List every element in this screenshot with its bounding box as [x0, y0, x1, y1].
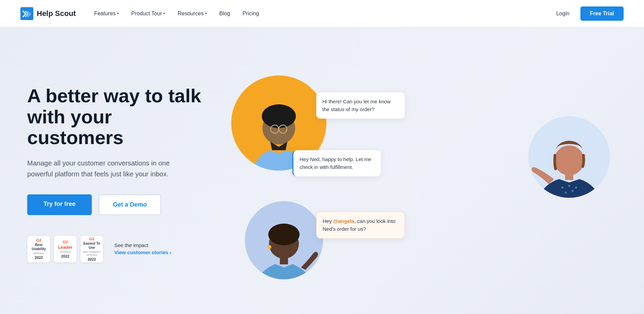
svg-point-19 — [267, 245, 271, 249]
nav-item-features[interactable]: Features ▾ — [89, 8, 124, 19]
free-trial-button[interactable]: Free Trial — [580, 6, 624, 21]
try-for-free-button[interactable]: Try for free — [27, 194, 92, 215]
mention-angela: @angela — [333, 218, 354, 224]
get-a-demo-button[interactable]: Get a Demo — [99, 194, 161, 215]
helpscout-logo-icon — [20, 7, 33, 20]
person-circle-2 — [528, 116, 610, 198]
hero-illustration: Hi there! Can you let me know the status… — [204, 55, 624, 293]
svg-point-6 — [270, 104, 287, 121]
hero-section: A better way to talk with your customers… — [0, 27, 644, 314]
nav-item-resources[interactable]: Resources ▾ — [173, 8, 211, 19]
nav-item-blog[interactable]: Blog — [215, 8, 235, 19]
badge-best-usability: G2 Best Usability SPRING 2022 — [27, 236, 50, 263]
nav-item-product-tour[interactable]: Product Tour ▾ — [126, 8, 170, 19]
chat-bubble-2: Hey Ned, happy to help. Let me check in … — [292, 150, 381, 176]
svg-point-14 — [572, 190, 574, 192]
chat-bubble-1: Hi there! Can you let me know the status… — [316, 92, 405, 119]
svg-point-13 — [565, 192, 567, 194]
view-customer-stories-link[interactable]: View customer stories › — [114, 249, 171, 255]
impact-text: See the impact View customer stories › — [114, 242, 171, 256]
chevron-down-icon: ▾ — [117, 11, 119, 16]
logo-text: Help Scout — [37, 9, 76, 18]
nav-item-pricing[interactable]: Pricing — [238, 8, 264, 19]
chat-bubble-3: Hey @angela, can you look into Ned's ord… — [316, 212, 405, 239]
badges-row: G2 Best Usability SPRING 2022 G2 Leader … — [27, 236, 204, 263]
navbar: Help Scout Features ▾ Product Tour ▾ Res… — [0, 0, 644, 27]
badge-leader: G2 Leader SPRING 2022 — [54, 236, 77, 263]
login-button[interactable]: Login — [551, 8, 575, 19]
svg-point-10 — [561, 187, 563, 189]
svg-rect-0 — [20, 7, 33, 20]
person-2-illustration — [528, 116, 610, 198]
chevron-down-icon: ▾ — [163, 11, 165, 16]
hero-content-left: A better way to talk with your customers… — [27, 85, 204, 263]
svg-point-15 — [554, 145, 584, 175]
logo-link[interactable]: Help Scout — [20, 7, 76, 20]
impact-see-label: See the impact — [114, 242, 171, 248]
nav-links: Features ▾ Product Tour ▾ Resources ▾ Bl… — [89, 8, 551, 19]
person-3-illustration — [245, 201, 323, 279]
hero-headline: A better way to talk with your customers — [27, 85, 204, 148]
svg-point-11 — [568, 185, 570, 187]
chevron-down-icon: ▾ — [205, 11, 207, 16]
badges-group: G2 Best Usability SPRING 2022 G2 Leader … — [27, 236, 103, 263]
nav-actions: Login Free Trial — [551, 6, 624, 21]
hero-subtext: Manage all your customer conversations i… — [27, 158, 177, 179]
svg-point-12 — [575, 187, 577, 189]
badge-easiest-to-use: G2 Easiest To Use Mid-Market SPRING 2022 — [80, 236, 103, 263]
svg-rect-20 — [280, 258, 288, 264]
person-circle-3 — [245, 201, 323, 279]
svg-point-18 — [268, 224, 300, 245]
svg-rect-16 — [565, 174, 573, 180]
hero-ctas: Try for free Get a Demo — [27, 194, 204, 215]
